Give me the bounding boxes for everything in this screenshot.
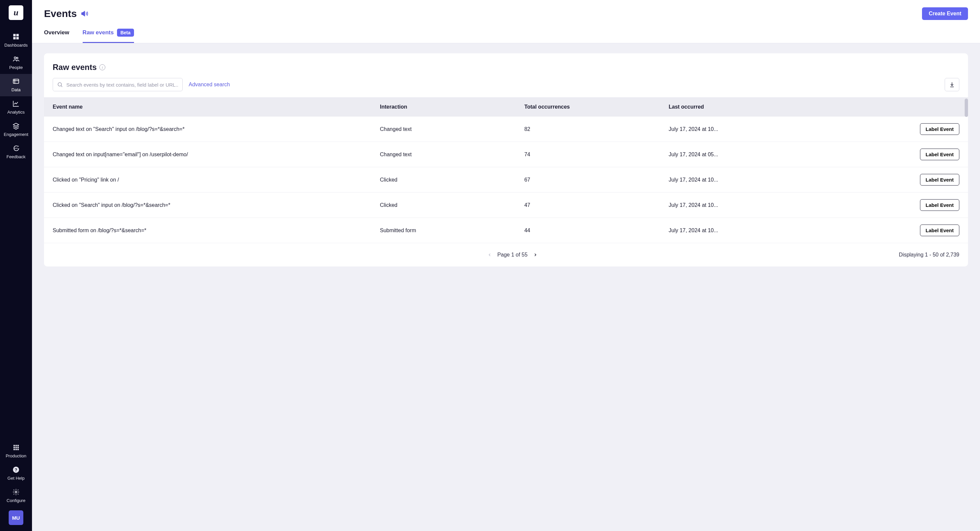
- svg-point-22: [58, 82, 62, 86]
- sidebar-label: Dashboards: [4, 43, 28, 48]
- svg-rect-12: [18, 445, 19, 446]
- main: Events Create Event Overview Raw events …: [32, 0, 980, 531]
- advanced-search-link[interactable]: Advanced search: [189, 82, 230, 87]
- cell-last-occurred: July 17, 2024 at 10...: [660, 117, 852, 142]
- col-header-action: [852, 97, 968, 117]
- table-row[interactable]: Changed text on "Search" input on /blog/…: [44, 117, 968, 142]
- help-icon: ?: [12, 466, 20, 474]
- cell-interaction: Clicked: [371, 167, 515, 193]
- create-event-button[interactable]: Create Event: [922, 7, 968, 20]
- table-row[interactable]: Clicked on "Pricing" link on /Clicked67J…: [44, 167, 968, 193]
- svg-rect-6: [13, 79, 19, 84]
- svg-point-9: [17, 148, 18, 149]
- content: Raw events i Advanced search: [32, 43, 980, 531]
- col-header-last[interactable]: Last occurred: [660, 97, 852, 117]
- col-header-occurrences[interactable]: Total occurrences: [515, 97, 660, 117]
- tab-label: Overview: [44, 29, 69, 36]
- svg-point-5: [16, 57, 18, 59]
- brand-logo[interactable]: u: [9, 5, 23, 20]
- search-icon: [57, 82, 63, 87]
- label-event-button[interactable]: Label Event: [920, 174, 959, 185]
- cell-event-name: Submitted form on /blog/?s=*&search=*: [44, 218, 371, 243]
- label-event-button[interactable]: Label Event: [920, 149, 959, 160]
- sidebar-item-production[interactable]: Production: [0, 440, 32, 462]
- svg-rect-0: [13, 34, 16, 36]
- table-footer: Page 1 of 55 Displaying 1 - 50 of 2,739: [44, 243, 968, 266]
- user-avatar[interactable]: MU: [9, 510, 23, 525]
- header: Events Create Event Overview Raw events …: [32, 0, 980, 43]
- raw-events-card: Raw events i Advanced search: [44, 53, 968, 266]
- cell-interaction: Changed text: [371, 142, 515, 167]
- svg-rect-11: [15, 445, 17, 446]
- download-icon: [949, 82, 955, 87]
- beta-badge: Beta: [117, 29, 134, 36]
- cell-last-occurred: July 17, 2024 at 10...: [660, 167, 852, 193]
- people-icon: [12, 55, 20, 63]
- label-event-button[interactable]: Label Event: [920, 123, 959, 135]
- svg-rect-3: [16, 37, 19, 39]
- sidebar-label: Feedback: [6, 154, 25, 159]
- sidebar-item-engagement[interactable]: Engagement: [0, 119, 32, 141]
- sidebar-item-analytics[interactable]: Analytics: [0, 96, 32, 119]
- chevron-right-icon: [533, 252, 538, 257]
- svg-rect-15: [18, 447, 19, 448]
- svg-point-21: [15, 491, 17, 493]
- cell-event-name: Clicked on "Search" input on /blog/?s=*&…: [44, 193, 371, 218]
- svg-rect-1: [16, 34, 19, 36]
- svg-text:?: ?: [15, 468, 18, 472]
- scrollbar-thumb[interactable]: [965, 98, 968, 117]
- sidebar-item-configure[interactable]: Configure: [0, 485, 32, 507]
- svg-rect-17: [15, 449, 17, 450]
- svg-point-8: [16, 148, 16, 149]
- sidebar-item-dashboards[interactable]: Dashboards: [0, 29, 32, 52]
- card-title: Raw events: [52, 63, 97, 72]
- cell-occurrences: 44: [515, 218, 660, 243]
- table-row[interactable]: Changed text on input[name="email"] on /…: [44, 142, 968, 167]
- cell-action: Label Event: [852, 193, 968, 218]
- label-event-button[interactable]: Label Event: [920, 225, 959, 236]
- cell-interaction: Submitted form: [371, 218, 515, 243]
- sidebar-label: Production: [6, 453, 26, 458]
- cell-interaction: Clicked: [371, 193, 515, 218]
- tabs: Overview Raw events Beta: [44, 29, 968, 43]
- pager-next[interactable]: [533, 252, 538, 257]
- col-header-interaction[interactable]: Interaction: [371, 97, 515, 117]
- table-wrap: Event name Interaction Total occurrences…: [44, 97, 968, 243]
- sidebar-label: Analytics: [7, 109, 25, 114]
- cell-action: Label Event: [852, 142, 968, 167]
- engagement-icon: [12, 122, 20, 130]
- sidebar-item-data[interactable]: Data: [0, 74, 32, 96]
- svg-rect-10: [14, 445, 15, 446]
- pager-prev[interactable]: [487, 252, 492, 257]
- sidebar-label: Get Help: [7, 476, 24, 481]
- cell-occurrences: 74: [515, 142, 660, 167]
- search-input[interactable]: [66, 82, 178, 87]
- sidebar-label: People: [10, 65, 23, 70]
- nav-secondary: Production ? Get Help Configure: [0, 440, 32, 507]
- tab-raw-events[interactable]: Raw events Beta: [83, 29, 134, 43]
- tab-overview[interactable]: Overview: [44, 29, 69, 43]
- table-row[interactable]: Clicked on "Search" input on /blog/?s=*&…: [44, 193, 968, 218]
- gear-icon: [12, 488, 20, 496]
- events-table: Event name Interaction Total occurrences…: [44, 97, 968, 243]
- label-event-button[interactable]: Label Event: [920, 199, 959, 211]
- col-header-name[interactable]: Event name: [44, 97, 371, 117]
- cell-event-name: Clicked on "Pricing" link on /: [44, 167, 371, 193]
- table-row[interactable]: Submitted form on /blog/?s=*&search=*Sub…: [44, 218, 968, 243]
- info-icon[interactable]: i: [99, 64, 105, 70]
- download-button[interactable]: [945, 78, 959, 91]
- feedback-icon: [12, 144, 20, 152]
- sidebar-item-get-help[interactable]: ? Get Help: [0, 462, 32, 485]
- sidebar-item-feedback[interactable]: Feedback: [0, 141, 32, 163]
- svg-rect-18: [18, 449, 19, 450]
- displaying-text: Displaying 1 - 50 of 2,739: [899, 252, 959, 258]
- svg-rect-16: [14, 449, 15, 450]
- data-icon: [12, 77, 20, 85]
- chevron-left-icon: [487, 252, 492, 257]
- tab-label: Raw events: [83, 29, 114, 36]
- cell-action: Label Event: [852, 117, 968, 142]
- svg-rect-14: [15, 447, 17, 448]
- sidebar-item-people[interactable]: People: [0, 52, 32, 74]
- search-field[interactable]: [52, 78, 183, 91]
- svg-point-4: [14, 57, 16, 59]
